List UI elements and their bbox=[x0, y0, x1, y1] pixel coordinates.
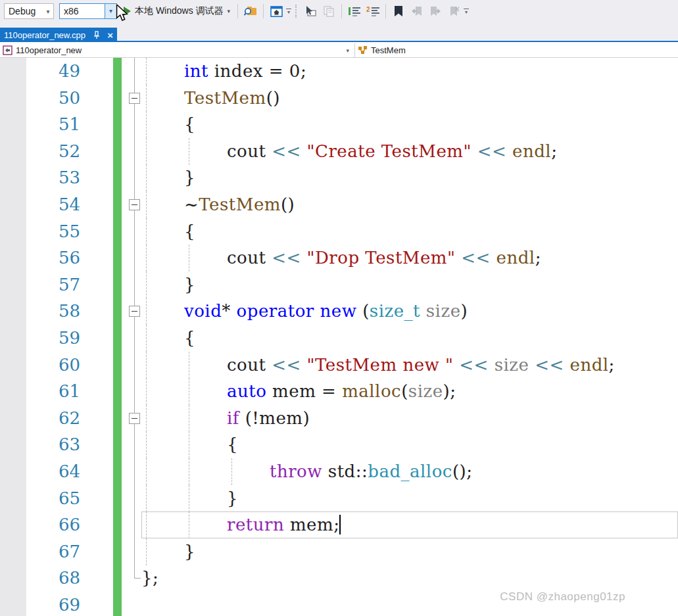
code-text: throw std::bad_alloc(); bbox=[270, 458, 472, 485]
watermark-text: CSDN @zhaopeng01zp bbox=[500, 590, 625, 604]
line-number[interactable]: 60 bbox=[26, 352, 80, 379]
line-number[interactable]: 52 bbox=[26, 138, 80, 165]
toolbar-grip bbox=[295, 5, 297, 18]
code-text: int index = 0; bbox=[184, 58, 306, 85]
change-tracking-bar bbox=[113, 218, 122, 245]
outline-line bbox=[134, 485, 135, 512]
start-debugger-button[interactable]: 本地 Windows 调试器 bbox=[135, 5, 224, 17]
collapse-box-icon[interactable] bbox=[129, 199, 140, 210]
collapse-box-icon[interactable] bbox=[129, 413, 140, 424]
line-number[interactable]: 61 bbox=[26, 378, 80, 405]
code-line[interactable]: 55{ bbox=[0, 218, 678, 245]
change-tracking-bar bbox=[113, 245, 122, 272]
change-tracking-bar bbox=[113, 352, 122, 379]
code-line[interactable]: 63{ bbox=[0, 431, 678, 458]
code-line[interactable]: 68}; bbox=[0, 565, 678, 592]
code-text: cout << "Create TestMem" << endl; bbox=[227, 138, 557, 165]
svg-text:2: 2 bbox=[366, 6, 370, 13]
change-tracking-bar bbox=[113, 85, 122, 112]
chevron-down-icon[interactable]: ▾ bbox=[346, 47, 349, 54]
chevron-down-icon[interactable]: ▾ bbox=[286, 9, 291, 14]
pointer-box-icon[interactable] bbox=[303, 3, 318, 19]
configuration-value: Debug bbox=[5, 6, 43, 16]
line-number[interactable]: 57 bbox=[26, 272, 80, 298]
chevron-down-icon[interactable]: ▾ bbox=[105, 4, 116, 18]
scope-combobox[interactable]: 110operator_new ▾ bbox=[0, 43, 355, 57]
line-number[interactable]: 62 bbox=[26, 405, 80, 432]
line-number[interactable]: 64 bbox=[26, 458, 80, 485]
code-text: TestMem() bbox=[184, 85, 280, 112]
line-number[interactable]: 59 bbox=[26, 325, 80, 352]
code-line[interactable]: 52cout << "Create TestMem" << endl; bbox=[0, 138, 678, 165]
line-number[interactable]: 50 bbox=[26, 85, 80, 112]
prev-bookmark-icon bbox=[409, 3, 425, 19]
outline-line bbox=[134, 565, 135, 579]
configuration-combobox[interactable]: Debug ▾ bbox=[4, 3, 54, 19]
code-text: } bbox=[184, 272, 195, 298]
pin-icon[interactable] bbox=[93, 31, 101, 39]
code-line[interactable]: 51{ bbox=[0, 111, 678, 138]
find-in-files-icon[interactable] bbox=[243, 3, 258, 19]
indent-comment-orange-icon[interactable]: 2 bbox=[365, 3, 381, 19]
debug-toolbar: Debug ▾ x86 ▾ 本地 Windows 调试器 ▾ bbox=[0, 0, 678, 28]
code-editor[interactable]: 49int index = 0;50TestMem()51{52cout << … bbox=[0, 58, 678, 616]
line-number[interactable]: 63 bbox=[26, 431, 80, 458]
line-number[interactable]: 51 bbox=[26, 111, 80, 138]
code-line[interactable]: 66return mem; bbox=[0, 511, 678, 538]
code-line[interactable]: 53} bbox=[0, 164, 678, 191]
chevron-down-icon[interactable]: ▾ bbox=[464, 9, 469, 14]
code-text: auto mem = malloc(size); bbox=[227, 378, 456, 405]
collapse-box-icon[interactable] bbox=[129, 306, 140, 317]
member-combobox[interactable]: TestMem bbox=[355, 43, 678, 57]
outline-line bbox=[134, 58, 135, 85]
line-number[interactable]: 49 bbox=[26, 58, 80, 85]
outline-line bbox=[134, 111, 135, 138]
indent-guide bbox=[189, 458, 189, 485]
close-icon[interactable]: × bbox=[107, 30, 113, 40]
code-line[interactable]: 64throw std::bad_alloc(); bbox=[0, 458, 678, 485]
code-line[interactable]: 57} bbox=[0, 272, 678, 298]
collapse-box-icon[interactable] bbox=[129, 93, 140, 104]
indent-guide bbox=[146, 405, 147, 432]
code-line[interactable]: 59{ bbox=[0, 325, 678, 352]
tab-110operator-new[interactable]: 110operator_new.cpp × bbox=[0, 28, 117, 42]
line-number[interactable]: 66 bbox=[26, 511, 80, 538]
code-line[interactable]: 50TestMem() bbox=[0, 85, 678, 112]
code-line[interactable]: 54~TestMem() bbox=[0, 191, 678, 218]
tab-label: 110operator_new.cpp bbox=[4, 30, 93, 40]
line-number[interactable]: 53 bbox=[26, 164, 80, 191]
document-tab-strip: 110operator_new.cpp × bbox=[0, 28, 678, 42]
indent-comment-green-icon[interactable] bbox=[347, 3, 362, 19]
code-text: { bbox=[184, 325, 195, 352]
line-number[interactable]: 68 bbox=[26, 565, 80, 592]
code-line[interactable]: 62if (!mem) bbox=[0, 405, 678, 432]
line-number[interactable]: 54 bbox=[26, 191, 80, 218]
platform-combobox[interactable]: x86 ▾ bbox=[59, 3, 117, 19]
scope-value: 110operator_new bbox=[16, 45, 82, 55]
change-tracking-bar bbox=[113, 138, 122, 165]
code-line[interactable]: 65} bbox=[0, 485, 678, 512]
line-number[interactable]: 56 bbox=[26, 245, 80, 272]
code-line[interactable]: 60cout << "TestMem new " << size << endl… bbox=[0, 352, 678, 379]
line-number[interactable]: 58 bbox=[26, 298, 80, 325]
code-text: if (!mem) bbox=[227, 405, 310, 432]
line-number[interactable]: 67 bbox=[26, 538, 80, 565]
line-number[interactable]: 69 bbox=[26, 592, 80, 616]
indent-guide bbox=[146, 325, 147, 352]
indent-guide bbox=[146, 164, 147, 191]
code-line[interactable]: 61auto mem = malloc(size); bbox=[0, 378, 678, 405]
line-number[interactable]: 65 bbox=[26, 485, 80, 512]
bookmark-icon[interactable] bbox=[391, 3, 406, 19]
platform-value: x86 bbox=[60, 6, 105, 16]
chevron-down-icon[interactable]: ▾ bbox=[228, 8, 231, 14]
change-tracking-bar bbox=[113, 58, 122, 85]
line-number[interactable]: 55 bbox=[26, 218, 80, 245]
home-window-icon[interactable] bbox=[268, 3, 284, 19]
code-line[interactable]: 67} bbox=[0, 538, 678, 565]
code-line[interactable]: 58void* operator new (size_t size) bbox=[0, 298, 678, 325]
visual-studio-window: Debug ▾ x86 ▾ 本地 Windows 调试器 ▾ bbox=[0, 0, 678, 616]
code-line[interactable]: 56cout << "Drop TestMem" << endl; bbox=[0, 245, 678, 272]
code-line[interactable]: 49int index = 0; bbox=[0, 58, 678, 85]
change-tracking-bar bbox=[113, 592, 122, 616]
copy-icon bbox=[321, 3, 337, 19]
